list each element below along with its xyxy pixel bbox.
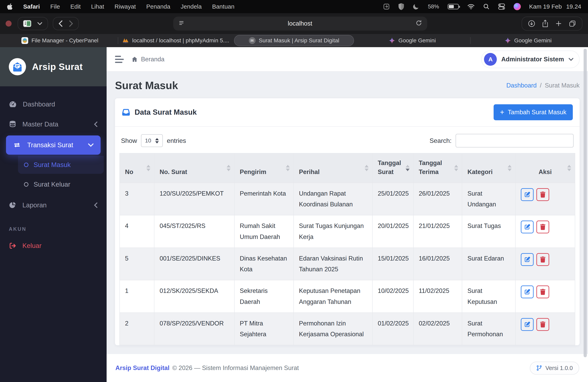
trash-icon — [540, 322, 546, 327]
add-surat-masuk-button[interactable]: + Tambah Surat Masuk — [494, 104, 573, 120]
col-kategori[interactable]: Kategori — [462, 153, 515, 183]
battery-icon — [448, 4, 459, 9]
downloads-icon[interactable] — [528, 20, 535, 27]
wifi-icon[interactable] — [467, 4, 475, 10]
tab-gemini-1[interactable]: Google Gemini — [354, 34, 470, 47]
dashboard-gauge-icon — [9, 100, 17, 108]
sidebar-item-dashboard[interactable]: Dashboard — [0, 94, 106, 114]
new-tab-icon[interactable] — [555, 20, 562, 27]
footer-brand-link[interactable]: Arsip Surat Digital — [115, 364, 169, 372]
breadcrumb-dashboard-link[interactable]: Dashboard — [506, 82, 537, 89]
menubar-date[interactable]: Kam 19 Feb — [529, 3, 562, 10]
tab-cyberpanel[interactable]: File Manager - CyberPanel — [2, 34, 118, 47]
app-brand[interactable]: Arsip Surat — [0, 47, 106, 86]
focus-moon-icon[interactable] — [413, 3, 420, 10]
cell-tgl-terima: 21/01/2025 — [413, 215, 462, 248]
close-window-button[interactable] — [6, 20, 12, 27]
col-tanggal-terima[interactable]: Tanggal Terima — [413, 153, 462, 183]
sidebar-toggle-group[interactable] — [18, 17, 48, 30]
edit-button[interactable] — [521, 188, 534, 201]
breadcrumb-separator: / — [540, 82, 542, 89]
sidebar-item-keluar[interactable]: Keluar — [0, 236, 106, 256]
cell-perihal: Undangan Rapat Koordinasi Bulanan — [294, 183, 372, 215]
url-text[interactable]: localhost — [184, 20, 416, 27]
sidebar-label: Dashboard — [23, 100, 98, 108]
cell-no-surat: 001/SE/2025/DINKES — [154, 248, 234, 280]
add-button-label: Tambah Surat Masuk — [508, 109, 567, 116]
sidebar-item-laporan[interactable]: Laporan — [0, 195, 106, 215]
apple-menu-icon[interactable] — [7, 3, 13, 10]
tab-arsip-surat-active[interactable]: ✉ Surat Masuk | Arsip Surat Digital — [234, 35, 354, 46]
logout-icon — [9, 242, 16, 249]
search-input[interactable] — [456, 134, 574, 148]
menu-penanda[interactable]: Penanda — [146, 3, 170, 10]
spotlight-search-icon[interactable] — [483, 3, 490, 10]
delete-button[interactable] — [536, 253, 549, 266]
col-perihal[interactable]: Perihal — [294, 153, 372, 183]
col-tanggal-surat[interactable]: Tanggal Surat — [372, 153, 413, 183]
submenu-item-surat-masuk[interactable]: Surat Masuk — [18, 156, 104, 174]
edit-button[interactable] — [521, 318, 534, 331]
top-navbar: Beranda A Administrator Sistem — [106, 47, 588, 71]
delete-button[interactable] — [536, 318, 549, 331]
bullet-circle-icon — [24, 163, 28, 167]
submenu-item-surat-keluar[interactable]: Surat Keluar — [0, 175, 106, 193]
window-switcher-icon[interactable] — [383, 3, 390, 10]
trash-icon — [540, 257, 546, 263]
plus-icon: + — [500, 109, 504, 116]
tab-label: Surat Masuk | Arsip Surat Digital — [259, 37, 339, 44]
page-scrollbar[interactable] — [584, 49, 587, 357]
col-no-surat[interactable]: No. Surat — [154, 153, 234, 183]
back-icon[interactable] — [58, 20, 63, 27]
share-icon[interactable] — [542, 20, 548, 27]
menu-lihat[interactable]: Lihat — [91, 3, 104, 10]
menu-edit[interactable]: Edit — [70, 3, 81, 10]
reader-view-icon[interactable] — [178, 19, 184, 28]
cell-kategori: Surat Tugas — [462, 215, 515, 248]
home-icon — [131, 56, 138, 62]
chevron-down-icon[interactable] — [37, 22, 42, 25]
col-no[interactable]: No — [120, 153, 154, 183]
tab-gemini-2[interactable]: Google Gemini — [470, 34, 586, 47]
siri-icon[interactable] — [514, 3, 521, 10]
sidebar-item-transaksi-surat[interactable]: Transaksi Surat — [6, 135, 101, 155]
app-brand-name: Arsip Surat — [32, 61, 83, 72]
tab-overview-icon[interactable] — [569, 20, 576, 27]
cell-tgl-terima: 11/02/2025 — [413, 280, 462, 313]
cell-no: 3 — [120, 183, 154, 215]
delete-button[interactable] — [536, 188, 549, 201]
user-menu[interactable]: A Administrator Sistem — [481, 51, 580, 68]
breadcrumb: Dashboard / Surat Masuk — [506, 82, 580, 89]
footer-copyright: © 2026 — Sistem Informasi Manajemen Sura… — [172, 364, 299, 372]
tab-label: localhost / localhost | phpMyAdmin 5.... — [132, 37, 229, 44]
history-nav-group — [53, 17, 79, 30]
edit-button[interactable] — [521, 253, 534, 266]
reload-icon[interactable] — [416, 19, 422, 28]
hamburger-menu-icon[interactable] — [115, 56, 124, 63]
tab-phpmyadmin[interactable]: PMA localhost / localhost | phpMyAdmin 5… — [118, 34, 234, 47]
breadcrumb-home[interactable]: Beranda — [131, 56, 164, 63]
menu-file[interactable]: File — [50, 3, 60, 10]
edit-button[interactable] — [521, 221, 534, 233]
col-pengirim[interactable]: Pengirim — [234, 153, 294, 183]
menu-jendela[interactable]: Jendela — [181, 3, 202, 10]
forward-icon[interactable] — [69, 20, 73, 27]
address-bar[interactable]: localhost — [173, 17, 427, 31]
macos-menu-bar: Safari File Edit Lihat Riwayat Penanda J… — [0, 0, 588, 13]
delete-button[interactable] — [536, 286, 549, 298]
sidebar-item-master-data[interactable]: Master Data — [0, 114, 106, 134]
sidebar-label: Keluar — [22, 242, 98, 249]
edit-button[interactable] — [521, 286, 534, 298]
menu-safari[interactable]: Safari — [23, 3, 40, 10]
browser-sidebar-icon[interactable] — [23, 20, 31, 27]
adguard-shield-icon[interactable] — [398, 3, 404, 10]
control-center-icon[interactable] — [498, 3, 505, 10]
edit-pencil-icon — [524, 256, 530, 263]
col-aksi[interactable]: Aksi — [515, 153, 575, 183]
delete-button[interactable] — [536, 221, 549, 233]
version-label: Versi 1.0.0 — [546, 365, 573, 371]
menu-bantuan[interactable]: Bantuan — [212, 3, 234, 10]
version-badge: Versi 1.0.0 — [530, 362, 579, 375]
menu-riwayat[interactable]: Riwayat — [115, 3, 136, 10]
page-size-select[interactable]: 10 — [141, 134, 163, 147]
